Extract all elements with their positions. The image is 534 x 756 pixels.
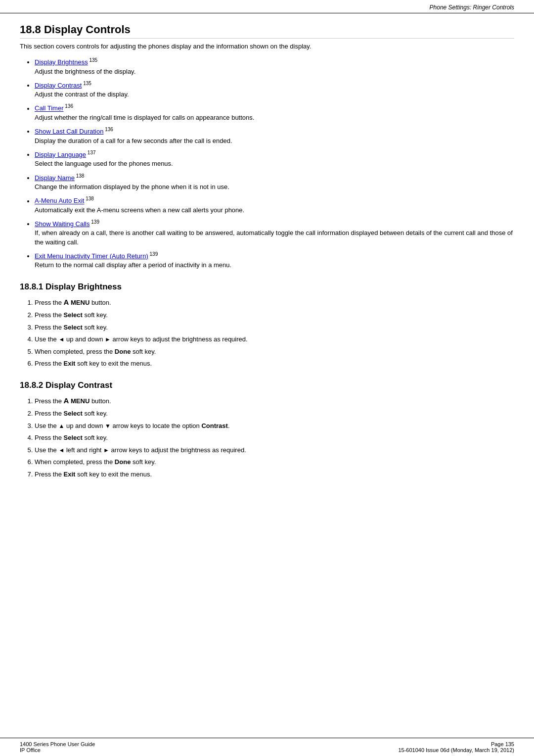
footer-right: Page 135 15-601040 Issue 06d (Monday, Ma… <box>398 741 514 753</box>
footer-page: Page 135 <box>398 741 514 747</box>
show-waiting-calls-link[interactable]: Show Waiting Calls <box>35 220 90 228</box>
step: Press the Exit soft key to exit the menu… <box>35 359 514 369</box>
left-arrow-icon: ◄ <box>58 447 64 454</box>
bullet-list: Display Brightness 135 Adjust the bright… <box>35 57 514 270</box>
menu-icon: A <box>64 298 69 306</box>
list-item-desc: Adjust the contrast of the display. <box>35 90 514 99</box>
step: Use the ◄ left and right ► arrow keys to… <box>35 445 514 455</box>
footer-left: 1400 Series Phone User Guide IP Office <box>20 741 95 753</box>
subsection1-steps: Press the A MENU button. Press the Selec… <box>35 297 514 369</box>
step: Use the ◄ up and down ► arrow keys to ad… <box>35 334 514 344</box>
up-arrow-icon: ▲ <box>58 423 64 429</box>
list-item: Display Brightness 135 Adjust the bright… <box>35 57 514 76</box>
list-item: Display Language 137 Select the language… <box>35 149 514 169</box>
step-text: MENU <box>71 397 89 405</box>
section-title: 18.8 Display Controls <box>20 23 514 39</box>
page-ref: 138 <box>75 173 84 179</box>
step-text: Exit <box>64 471 76 478</box>
list-item: Display Name 138 Change the information … <box>35 173 514 192</box>
list-item-desc: Display the duration of a call for a few… <box>35 137 514 145</box>
step: Press the A MENU button. <box>35 395 514 407</box>
list-item-desc: Adjust the brightness of the display. <box>35 67 514 76</box>
display-name-link[interactable]: Display Name <box>35 174 75 182</box>
right-arrow-icon: ► <box>105 336 111 343</box>
list-item-desc: Automatically exit the A-menu screens wh… <box>35 206 514 215</box>
list-item-desc: Select the language used for the phones … <box>35 159 514 168</box>
list-item: Exit Menu Inactivity Timer (Auto Return)… <box>35 251 514 270</box>
step: Press the Select soft key. <box>35 433 514 443</box>
page-ref: 139 <box>90 219 99 225</box>
step: Use the ▲ up and down ▼ arrow keys to lo… <box>35 421 514 431</box>
display-language-link[interactable]: Display Language <box>35 151 86 158</box>
list-item: Show Last Call Duration 136 Display the … <box>35 126 514 145</box>
page-container: Phone Settings: Ringer Controls 18.8 Dis… <box>0 0 534 756</box>
step-text: Contrast <box>201 422 227 429</box>
list-item-desc: Change the information displayed by the … <box>35 183 514 191</box>
list-item-desc: Adjust whether the ring/call time is dis… <box>35 113 514 122</box>
display-contrast-link[interactable]: Display Contrast <box>35 82 82 89</box>
step: When completed, press the Done soft key. <box>35 347 514 357</box>
page-ref: 136 <box>64 103 73 109</box>
a-menu-auto-exit-link[interactable]: A-Menu Auto Exit <box>35 197 84 205</box>
footer-product: IP Office <box>20 747 95 753</box>
subsection1-title: 18.8.1 Display Brightness <box>20 282 514 292</box>
display-brightness-link[interactable]: Display Brightness <box>35 58 88 66</box>
page-ref: 135 <box>88 57 97 63</box>
footer-issue: 15-601040 Issue 06d (Monday, March 19, 2… <box>398 747 514 753</box>
list-item: Display Contrast 135 Adjust the contrast… <box>35 80 514 99</box>
step-text: Select <box>64 410 83 417</box>
step: Press the Select soft key. <box>35 409 514 419</box>
step: Press the Select soft key. <box>35 323 514 332</box>
page-footer: 1400 Series Phone User Guide IP Office P… <box>0 738 534 756</box>
step: Press the A MENU button. <box>35 297 514 308</box>
page-ref: 138 <box>84 196 93 201</box>
main-content: 18.8 Display Controls This section cover… <box>0 13 534 511</box>
step: Press the Exit soft key to exit the menu… <box>35 470 514 479</box>
list-item-desc: If, when already on a call, there is ano… <box>35 229 514 246</box>
section-intro: This section covers controls for adjusti… <box>20 43 514 50</box>
step: Press the Select soft key. <box>35 310 514 320</box>
menu-icon: A <box>64 396 69 405</box>
list-item: A-Menu Auto Exit 138 Automatically exit … <box>35 195 514 215</box>
call-timer-link[interactable]: Call Timer <box>35 105 64 112</box>
page-ref: 135 <box>82 81 91 86</box>
subsection2-steps: Press the A MENU button. Press the Selec… <box>35 395 514 479</box>
step-text: Done <box>115 458 131 466</box>
right-arrow-icon: ► <box>103 447 109 454</box>
exit-menu-inactivity-link[interactable]: Exit Menu Inactivity Timer (Auto Return) <box>35 252 148 260</box>
list-item: Show Waiting Calls 139 If, when already … <box>35 219 514 247</box>
page-ref: 139 <box>148 251 158 257</box>
step-text: Select <box>64 434 83 441</box>
show-last-call-duration-link[interactable]: Show Last Call Duration <box>35 128 103 135</box>
step-text: Select <box>64 311 83 319</box>
step-text: Exit <box>64 360 76 367</box>
step-text: Done <box>115 348 131 355</box>
step-text: MENU <box>71 299 89 306</box>
list-item-desc: Return to the normal call display after … <box>35 261 514 270</box>
left-arrow-icon: ◄ <box>58 336 64 343</box>
footer-guide-title: 1400 Series Phone User Guide <box>20 741 95 747</box>
list-item: Call Timer 136 Adjust whether the ring/c… <box>35 103 514 122</box>
page-ref: 136 <box>103 127 113 132</box>
down-arrow-icon: ▼ <box>105 423 111 429</box>
header-text: Phone Settings: Ringer Controls <box>430 4 514 11</box>
step-text: Select <box>64 324 83 331</box>
page-ref: 137 <box>86 150 95 155</box>
page-header: Phone Settings: Ringer Controls <box>0 0 534 13</box>
step: When completed, press the Done soft key. <box>35 457 514 467</box>
subsection2-title: 18.8.2 Display Contrast <box>20 380 514 390</box>
